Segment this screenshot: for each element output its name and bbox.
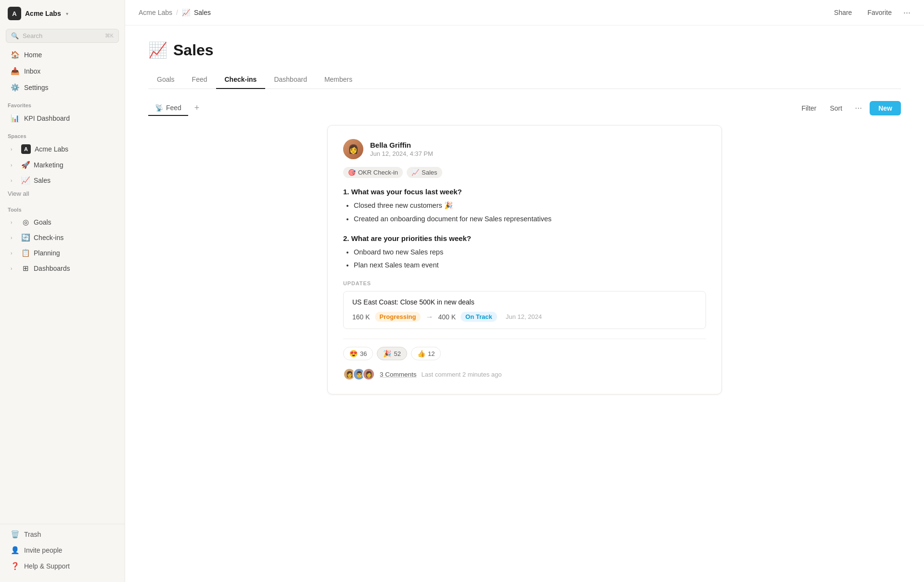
sidebar-item-home[interactable]: 🏠 Home [3,47,122,63]
reaction-count: 36 [360,350,367,357]
feed-toolbar: 📡 Feed + Filter Sort ··· New [148,101,901,115]
planning-icon: 📋 [21,249,30,257]
breadcrumb-current-page: Sales [194,9,211,16]
tag-sales[interactable]: 📈 Sales [407,167,442,178]
chevron-right-icon: › [11,163,17,168]
sidebar-item-inbox[interactable]: 📥 Inbox [3,63,122,79]
tab-feed[interactable]: Feed [183,71,216,89]
view-all-link[interactable]: View all [0,188,125,201]
sidebar-item-label: Trash [24,531,41,538]
toolbar-right: Filter Sort ··· New [796,101,901,115]
workspace-name: Acme Labs [25,10,61,17]
more-options-button[interactable]: ··· [903,8,911,18]
feed-tab-feed[interactable]: 📡 Feed [148,101,188,116]
sidebar-item-label: Settings [24,84,49,91]
tag-label: Sales [422,169,437,176]
chevron-down-icon: ▾ [66,11,68,16]
page-tabs: Goals Feed Check-ins Dashboard Members [148,71,901,89]
checkins-icon: 🔄 [21,233,30,242]
sidebar-item-invite[interactable]: 👤 Invite people [3,543,122,558]
sidebar-item-trash[interactable]: 🗑️ Trash [3,527,122,542]
chevron-right-icon: › [11,251,17,256]
question-2-bullets: Onboard two new Sales reps Plan next Sal… [343,247,706,271]
workspace-switcher[interactable]: A Acme Labs ▾ [0,0,125,27]
sidebar-item-help[interactable]: ❓ Help & Support [3,558,122,574]
goals-icon: ◎ [21,218,30,227]
sidebar-item-settings[interactable]: ⚙️ Settings [3,80,122,95]
author-avatar: 👩 [343,139,363,159]
trash-icon: 🗑️ [11,530,19,539]
tab-members[interactable]: Members [316,71,361,89]
updates-label: UPDATES [343,280,706,286]
search-box[interactable]: 🔍 Search ⌘K [6,29,119,43]
tag-okr[interactable]: 🎯 OKR Check-in [343,167,403,178]
page-title: Sales [173,41,214,59]
chevron-right-icon: › [11,178,17,183]
more-options-toolbar-button[interactable]: ··· [851,101,866,115]
list-item: Onboard two new Sales reps [354,247,706,258]
update-date: Jun 12, 2024 [506,313,542,320]
tag-label: OKR Check-in [358,169,398,176]
feed-tab-icon: 📡 [155,104,163,112]
chevron-right-icon: › [11,220,17,225]
sidebar-item-acme-labs[interactable]: › A Acme Labs [3,141,122,157]
sidebar-item-sales[interactable]: › 📈 Sales [3,173,122,188]
tool-name: Planning [34,249,60,257]
add-tab-button[interactable]: + [190,101,204,115]
reaction-love[interactable]: 😍 36 [343,347,373,360]
rocket-icon: 🚀 [21,161,30,169]
breadcrumb-page-icon: 📈 [182,9,190,16]
sidebar-item-label: Help & Support [24,562,70,570]
topbar: Acme Labs / 📈 Sales Share Favorite ··· [125,0,924,25]
tab-goals[interactable]: Goals [148,71,183,89]
checkin-card: 👩 Bella Griffin Jun 12, 2024, 4:37 PM 🎯 … [327,125,722,394]
tag-icon: 📈 [411,169,419,176]
settings-icon: ⚙️ [11,83,19,92]
reaction-thumbsup[interactable]: 👍 12 [411,347,441,360]
status-badge-progressing: Progressing [375,312,421,322]
sidebar-item-goals[interactable]: › ◎ Goals [3,215,122,229]
filter-button[interactable]: Filter [796,101,821,115]
tool-name: Check-ins [34,234,64,241]
sidebar-item-kpi[interactable]: 📊 KPI Dashboard [3,111,122,126]
question-2-section: 2. What are your priorities this week? O… [343,234,706,271]
chart-icon: 📊 [11,114,19,123]
comments-row: 👩 👨 👩 3 Comments Last comment 2 minutes … [343,368,706,380]
list-item: Plan next Sales team event [354,260,706,271]
sidebar-item-label: Invite people [24,546,62,554]
reaction-emoji: 👍 [417,350,425,357]
breadcrumb-workspace[interactable]: Acme Labs [139,9,172,16]
card-header: 👩 Bella Griffin Jun 12, 2024, 4:37 PM [343,139,706,159]
feed-sub-tabs: 📡 Feed + [148,101,204,115]
share-button[interactable]: Share [830,7,856,18]
question-2: 2. What are your priorities this week? [343,234,706,242]
sidebar-item-planning[interactable]: › 📋 Planning [3,246,122,260]
space-name: Acme Labs [35,145,68,153]
sidebar-item-marketing[interactable]: › 🚀 Marketing [3,158,122,172]
comment-count-link[interactable]: 3 Comments [380,371,417,378]
update-item: US East Coast: Close 500K in new deals 1… [343,291,706,329]
author-info: Bella Griffin Jun 12, 2024, 4:37 PM [370,141,433,157]
space-name: Sales [34,177,51,184]
update-current-value: 160 K [352,313,370,321]
sort-button[interactable]: Sort [825,101,847,115]
sidebar-item-dashboards[interactable]: › ⊞ Dashboards [3,261,122,276]
list-item: Closed three new customers 🎉 [354,201,706,211]
update-progress: 160 K Progressing → 400 K On Track Jun 1… [352,312,697,322]
reaction-party[interactable]: 🎉 52 [377,347,407,360]
sidebar-item-label: Home [24,51,42,59]
tool-name: Dashboards [34,265,70,272]
sidebar-item-checkins[interactable]: › 🔄 Check-ins [3,230,122,245]
chevron-right-icon: › [11,266,17,271]
reaction-emoji: 🎉 [383,350,391,357]
reactions-row: 😍 36 🎉 52 👍 12 [343,339,706,360]
new-checkin-button[interactable]: New [870,101,901,115]
arrow-icon: → [425,313,433,321]
favorite-button[interactable]: Favorite [863,7,896,18]
page-emoji: 📈 [148,41,167,59]
tab-dashboard[interactable]: Dashboard [265,71,316,89]
tab-checkins[interactable]: Check-ins [216,71,266,89]
list-item: Created an onboarding document for new S… [354,214,706,225]
sidebar: A Acme Labs ▾ 🔍 Search ⌘K 🏠 Home 📥 Inbox… [0,0,125,582]
tag-icon: 🎯 [348,169,356,176]
